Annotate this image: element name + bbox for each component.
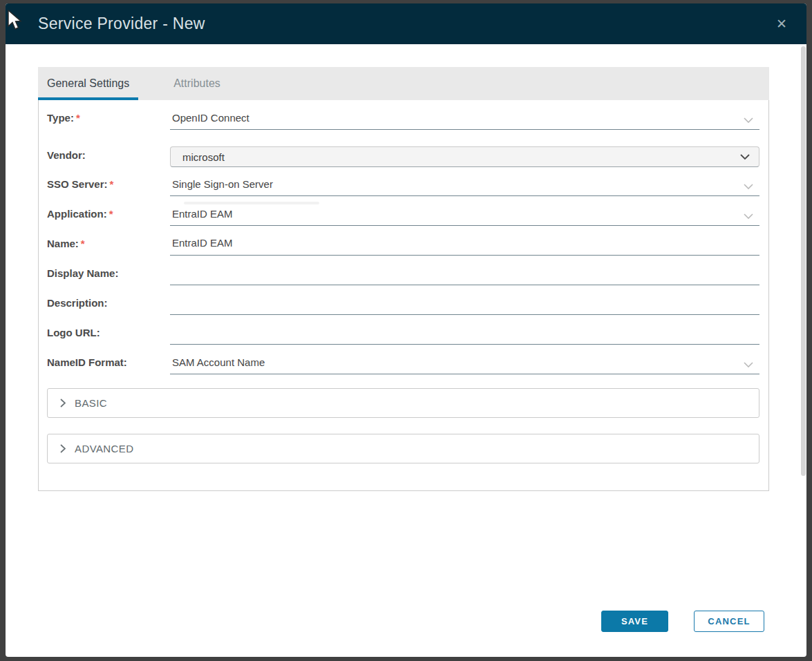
sso-server-dropdown[interactable]: Single Sign-on Server — [170, 175, 759, 196]
type-dropdown[interactable]: OpenID Connect — [170, 109, 759, 130]
vendor-select[interactable]: microsoft — [170, 146, 759, 167]
application-dropdown-value: EntraID EAM — [172, 208, 233, 220]
form-row-application: Application:* EntraID EAM — [47, 196, 759, 226]
tab-general-settings[interactable]: General Settings — [38, 67, 138, 100]
accordion-basic[interactable]: BASIC — [47, 388, 759, 418]
chevron-down-icon — [744, 362, 753, 367]
nameid-format-dropdown[interactable]: SAM Account Name — [170, 354, 759, 374]
form-row-vendor: Vendor: microsoft — [47, 130, 759, 167]
required-asterisk: * — [109, 208, 113, 220]
form-row-type: Type:* OpenID Connect — [47, 100, 759, 130]
form-row-name: Name:* — [47, 226, 759, 256]
display-name-input[interactable] — [170, 265, 759, 285]
sso-server-dropdown-value: Single Sign-on Server — [172, 178, 273, 190]
description-label: Description: — [47, 297, 170, 315]
vertical-scrollbar[interactable] — [801, 46, 806, 476]
logo-url-label: Logo URL: — [47, 327, 170, 345]
nameid-format-label: NameID Format: — [47, 356, 170, 374]
dialog-header: Service Provider - New ✕ — [6, 3, 806, 44]
service-provider-dialog: Service Provider - New ✕ General Setting… — [6, 3, 806, 657]
general-settings-panel: Type:* OpenID Connect Vendor: microsoft … — [38, 100, 769, 491]
form-row-nameid-format: NameID Format: SAM Account Name — [47, 345, 759, 374]
chevron-right-icon — [60, 444, 66, 453]
display-name-label: Display Name: — [47, 267, 170, 285]
nameid-format-dropdown-value: SAM Account Name — [172, 356, 265, 368]
close-icon[interactable]: ✕ — [775, 16, 789, 32]
form-row-description: Description: — [47, 285, 759, 315]
tab-attributes[interactable]: Attributes — [164, 67, 229, 100]
required-asterisk: * — [76, 112, 80, 124]
chevron-down-icon — [744, 184, 753, 189]
accordion-advanced-label: ADVANCED — [75, 443, 133, 454]
name-label: Name:* — [47, 238, 170, 256]
logo-url-input[interactable] — [170, 324, 759, 345]
chevron-down-icon — [744, 117, 753, 123]
cancel-button[interactable]: CANCEL — [694, 611, 764, 632]
vendor-label: Vendor: — [47, 149, 170, 167]
sso-server-label: SSO Server:* — [47, 178, 170, 196]
chevron-right-icon — [60, 399, 66, 408]
accordion-basic-label: BASIC — [75, 397, 107, 409]
type-dropdown-value: OpenID Connect — [172, 112, 249, 124]
accordion-advanced[interactable]: ADVANCED — [47, 434, 759, 463]
description-input[interactable] — [170, 294, 759, 315]
dialog-title: Service Provider - New — [38, 15, 205, 33]
chevron-down-icon — [744, 213, 753, 219]
save-button[interactable]: SAVE — [601, 611, 668, 632]
vendor-select-value: microsoft — [182, 151, 225, 163]
required-asterisk: * — [110, 178, 114, 190]
name-input[interactable] — [170, 235, 759, 256]
form-row-sso-server: SSO Server:* Single Sign-on Server — [47, 167, 759, 196]
form-row-display-name: Display Name: — [47, 256, 759, 285]
required-asterisk: * — [81, 238, 85, 249]
dialog-footer: SAVE CANCEL — [601, 611, 764, 632]
tab-bar: General Settings Attributes — [38, 67, 769, 100]
application-dropdown[interactable]: EntraID EAM — [170, 205, 759, 226]
tab-general-settings-label: General Settings — [47, 77, 129, 90]
chevron-down-icon — [740, 154, 750, 160]
tab-attributes-label: Attributes — [173, 77, 220, 90]
type-label: Type:* — [47, 112, 170, 130]
form-row-logo-url: Logo URL: — [47, 315, 759, 345]
application-label: Application:* — [47, 208, 170, 226]
